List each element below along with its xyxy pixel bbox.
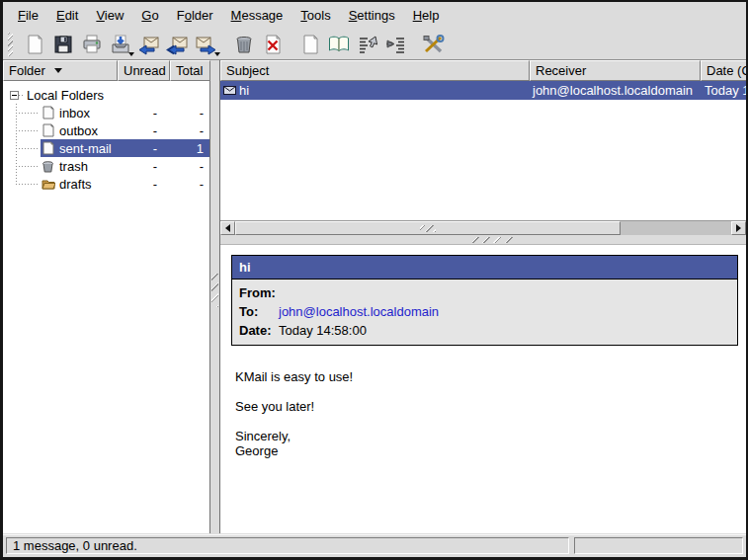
drafts-folder-icon bbox=[41, 178, 55, 190]
horizontal-splitter[interactable] bbox=[220, 235, 746, 245]
menu-help[interactable]: Help bbox=[404, 4, 449, 27]
folder-row-outbox[interactable]: outbox - - bbox=[3, 121, 209, 139]
folder-total-count: 1 bbox=[169, 141, 209, 156]
menu-edit[interactable]: Edit bbox=[47, 4, 87, 27]
forward-button[interactable] bbox=[192, 30, 220, 58]
folder-total-count: - bbox=[169, 159, 209, 174]
new-window-button[interactable] bbox=[295, 30, 324, 58]
scrollbar-track[interactable] bbox=[621, 221, 731, 235]
apply-filters-button[interactable] bbox=[381, 30, 410, 58]
mail-folder-icon bbox=[41, 106, 55, 120]
new-window-icon bbox=[299, 34, 321, 55]
folder-name: sent-mail bbox=[59, 141, 117, 156]
unread-column-header[interactable]: Unread bbox=[118, 60, 170, 81]
folder-total-count: - bbox=[169, 177, 209, 192]
body-line: KMail is easy to use! bbox=[235, 369, 738, 384]
status-message-panel: 1 message, 0 unread. bbox=[6, 537, 569, 554]
arrow-right-icon bbox=[736, 224, 741, 232]
kmail-window: File Edit View Go Folder Message Tools S… bbox=[0, 0, 748, 560]
status-secondary-panel bbox=[574, 537, 743, 554]
menu-view[interactable]: View bbox=[87, 4, 132, 27]
date-label: Date: bbox=[239, 323, 279, 338]
folder-column-header[interactable]: Folder bbox=[3, 60, 118, 81]
statusbar: 1 message, 0 unread. bbox=[3, 534, 746, 557]
folder-pane-headers: Folder Unread Total bbox=[3, 60, 209, 81]
message-rows: hi john@localhost.localdomain Today 14 bbox=[220, 81, 746, 220]
selected-folder-highlight: sent-mail - 1 bbox=[41, 139, 209, 157]
new-message-button[interactable] bbox=[20, 30, 48, 58]
menu-file[interactable]: File bbox=[9, 4, 47, 27]
body-line bbox=[235, 384, 738, 399]
save-button[interactable] bbox=[48, 30, 77, 58]
body-line bbox=[235, 414, 738, 429]
menu-folder[interactable]: Folder bbox=[168, 4, 222, 27]
date-column-header[interactable]: Date (O bbox=[701, 60, 746, 81]
mark-message-button[interactable] bbox=[353, 30, 381, 58]
reply-all-icon bbox=[166, 34, 189, 55]
address-book-button[interactable] bbox=[324, 30, 353, 58]
apply-filters-icon bbox=[385, 34, 407, 55]
toolbar-handle[interactable] bbox=[8, 33, 13, 56]
vertical-splitter[interactable] bbox=[210, 60, 219, 533]
right-area: Subject Receiver Date (O hi john@localho… bbox=[219, 60, 746, 533]
scroll-left-button[interactable] bbox=[220, 221, 235, 235]
delete-message-button[interactable] bbox=[258, 30, 287, 58]
folder-row-sent-mail[interactable]: sent-mail - 1 bbox=[3, 139, 209, 157]
sort-descending-icon bbox=[54, 68, 62, 73]
print-button[interactable] bbox=[77, 30, 106, 58]
folder-name: outbox bbox=[59, 123, 117, 138]
folder-row-trash[interactable]: trash - - bbox=[3, 157, 209, 175]
reply-button[interactable] bbox=[134, 30, 163, 58]
message-subject: hi bbox=[239, 83, 249, 98]
message-list: Subject Receiver Date (O hi john@localho… bbox=[220, 60, 746, 235]
menu-tools[interactable]: Tools bbox=[291, 4, 339, 27]
message-body: KMail is easy to use! See you later! Sin… bbox=[231, 369, 738, 458]
check-mail-button[interactable] bbox=[106, 30, 134, 58]
scroll-right-button[interactable] bbox=[731, 221, 746, 235]
splitter-grip-icon bbox=[472, 237, 514, 243]
new-message-icon bbox=[24, 34, 45, 55]
folder-name: drafts bbox=[59, 177, 117, 192]
reply-all-button[interactable] bbox=[163, 30, 192, 58]
folder-name: inbox bbox=[59, 106, 117, 120]
folder-unread-count: - bbox=[117, 106, 169, 120]
subject-column-header[interactable]: Subject bbox=[220, 60, 530, 81]
receiver-column-header[interactable]: Receiver bbox=[530, 60, 701, 81]
message-title: hi bbox=[232, 256, 737, 280]
save-icon bbox=[52, 34, 74, 55]
from-label: From: bbox=[239, 285, 279, 300]
forward-dropdown-icon bbox=[214, 52, 220, 56]
folder-row-inbox[interactable]: inbox - - bbox=[3, 104, 209, 121]
menu-settings[interactable]: Settings bbox=[340, 4, 404, 27]
splitter-grip-icon bbox=[211, 274, 218, 307]
message-receiver: john@localhost.localdomain bbox=[530, 83, 701, 98]
folder-tree: Local Folders inbox - - outbox bbox=[3, 81, 209, 533]
folder-unread-count: - bbox=[117, 177, 169, 192]
folder-row-drafts[interactable]: drafts - - bbox=[3, 175, 209, 193]
mail-folder-icon bbox=[41, 141, 55, 155]
folder-row-local-folders[interactable]: Local Folders bbox=[3, 86, 209, 104]
to-address-link[interactable]: john@localhost.localdomain bbox=[279, 304, 439, 319]
body-line: See you later! bbox=[235, 399, 738, 414]
mail-folder-icon bbox=[41, 123, 55, 137]
total-column-header[interactable]: Total bbox=[170, 60, 210, 81]
trash-icon bbox=[233, 34, 255, 55]
collapse-expander-icon[interactable] bbox=[10, 91, 19, 100]
address-book-icon bbox=[327, 34, 351, 55]
message-date: Today 14 bbox=[701, 83, 746, 98]
message-row[interactable]: hi john@localhost.localdomain Today 14 bbox=[220, 81, 746, 100]
mark-message-icon bbox=[357, 34, 378, 55]
trash-folder-icon bbox=[41, 160, 55, 173]
folder-name: trash bbox=[59, 159, 117, 174]
message-header-box: hi From: To: john@localhost.localdomain … bbox=[231, 255, 738, 346]
menu-go[interactable]: Go bbox=[132, 4, 167, 27]
configure-button[interactable] bbox=[419, 30, 448, 58]
trash-button[interactable] bbox=[229, 30, 258, 58]
menu-message[interactable]: Message bbox=[222, 4, 292, 27]
folder-unread-count: - bbox=[117, 159, 169, 174]
scrollbar-thumb[interactable] bbox=[235, 221, 621, 235]
reply-icon bbox=[137, 34, 160, 55]
delete-message-icon bbox=[262, 34, 284, 55]
to-label: To: bbox=[239, 304, 279, 319]
folder-total-count: - bbox=[169, 106, 209, 120]
